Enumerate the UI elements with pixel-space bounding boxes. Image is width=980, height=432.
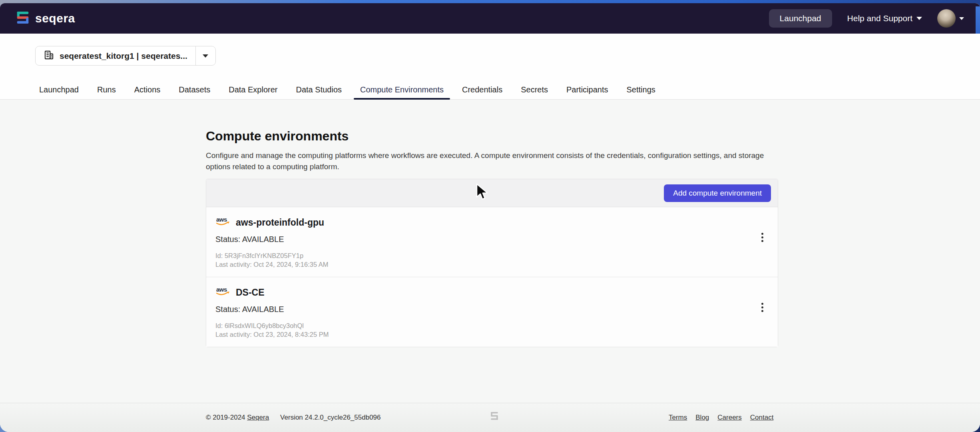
compute-environment-id: Id: 6lRsdxWILQ6yb8bcy3ohQl <box>215 321 766 330</box>
panel-toolbar: Add compute environment <box>206 179 778 207</box>
chevron-down-icon <box>916 17 922 20</box>
page-title: Compute environments <box>206 128 778 144</box>
workspace-selector-main[interactable]: seqeratest_kitorg1 | seqerates... <box>36 46 195 65</box>
compute-environment-name[interactable]: aws-proteinfold-gpu <box>236 217 324 228</box>
compute-environments-panel: Add compute environment aws <box>206 179 778 347</box>
compute-environment-card[interactable]: aws aws-proteinfold-gpu Status: AVAILABL… <box>206 207 778 277</box>
help-and-support-menu[interactable]: Help and Support <box>847 14 922 23</box>
svg-text:aws: aws <box>216 286 227 293</box>
page-description: Configure and manage the computing platf… <box>206 150 778 172</box>
tab-datasets[interactable]: Datasets <box>172 80 217 99</box>
workspace-tabbar: Launchpad Runs Actions Datasets Data Exp… <box>33 80 662 99</box>
navbar-right-group: Launchpad Help and Support <box>769 9 964 28</box>
chevron-down-icon <box>203 54 208 58</box>
launchpad-button[interactable]: Launchpad <box>769 9 832 28</box>
compute-environment-status: Status: AVAILABLE <box>215 305 766 314</box>
compute-environment-meta: Id: 6lRsdxWILQ6yb8bcy3ohQl Last activity… <box>215 321 766 339</box>
main-area: Compute environments Configure and manag… <box>0 100 980 403</box>
seqera-mark-icon <box>489 410 500 425</box>
tab-data-studios[interactable]: Data Studios <box>290 80 349 99</box>
card-options-menu-button[interactable] <box>760 231 765 244</box>
tab-data-explorer[interactable]: Data Explorer <box>222 80 284 99</box>
compute-environment-meta: Id: 5R3jFn3fclYrKNBZ05FY1p Last activity… <box>215 251 766 269</box>
tab-actions[interactable]: Actions <box>128 80 167 99</box>
contact-link[interactable]: Contact <box>750 414 774 422</box>
compute-environment-title-row: aws DS-CE <box>215 286 766 299</box>
page-footer: © 2019-2024 Seqera Version 24.2.0_cycle2… <box>0 403 980 432</box>
footer-left-group: © 2019-2024 Seqera Version 24.2.0_cycle2… <box>206 414 381 422</box>
aws-icon: aws <box>215 286 231 299</box>
compute-environment-last-activity: Last activity: Oct 23, 2024, 8:43:25 PM <box>215 330 766 339</box>
seqera-logo-icon <box>15 10 30 27</box>
top-navbar: seqera Launchpad Help and Support <box>0 3 980 34</box>
careers-link[interactable]: Careers <box>717 414 741 422</box>
card-options-menu-button[interactable] <box>760 301 765 314</box>
footer-links: Terms Blog Careers Contact <box>669 414 773 422</box>
aws-icon: aws <box>215 216 231 229</box>
compute-environment-name[interactable]: DS-CE <box>236 287 265 298</box>
compute-environment-status: Status: AVAILABLE <box>215 235 766 244</box>
svg-text:aws: aws <box>216 216 227 223</box>
avatar[interactable] <box>937 9 956 28</box>
brand-name: seqera <box>35 12 75 25</box>
seqera-footer-link[interactable]: Seqera <box>247 414 269 421</box>
compute-environments-page: Compute environments Configure and manag… <box>206 100 778 347</box>
seqera-brand[interactable]: seqera <box>15 10 75 27</box>
workspace-selector-label: seqeratest_kitorg1 | seqerates... <box>60 51 187 61</box>
terms-link[interactable]: Terms <box>669 414 687 422</box>
workspace-selector[interactable]: seqeratest_kitorg1 | seqerates... <box>35 46 216 66</box>
version-text: Version 24.2.0_cycle26_55db096 <box>280 414 380 422</box>
organization-icon <box>44 50 54 62</box>
workspace-selector-dropdown-toggle[interactable] <box>195 46 215 65</box>
copyright-text: © 2019-2024 Seqera <box>206 414 269 422</box>
tab-launchpad[interactable]: Launchpad <box>33 80 85 99</box>
desktop-background: seqera Launchpad Help and Support <box>0 0 980 432</box>
user-menu[interactable] <box>937 9 964 28</box>
tab-participants[interactable]: Participants <box>560 80 615 99</box>
tab-secrets[interactable]: Secrets <box>514 80 554 99</box>
workspace-header: seqeratest_kitorg1 | seqerates... Launch… <box>0 34 980 100</box>
help-and-support-label: Help and Support <box>847 14 912 23</box>
window-edge-decoration <box>976 6 980 37</box>
app-window: seqera Launchpad Help and Support <box>0 3 980 432</box>
tab-compute-environments[interactable]: Compute Environments <box>354 80 450 99</box>
tab-runs[interactable]: Runs <box>91 80 122 99</box>
compute-environment-last-activity: Last activity: Oct 24, 2024, 9:16:35 AM <box>215 260 766 269</box>
tab-settings[interactable]: Settings <box>620 80 661 99</box>
chevron-down-icon <box>959 17 964 20</box>
compute-environment-id: Id: 5R3jFn3fclYrKNBZ05FY1p <box>215 251 766 260</box>
add-compute-environment-button[interactable]: Add compute environment <box>664 184 771 202</box>
blog-link[interactable]: Blog <box>695 414 709 422</box>
compute-environment-card[interactable]: aws DS-CE Status: AVAILABLE Id: 6lRsdxWI… <box>206 277 778 347</box>
tab-credentials[interactable]: Credentials <box>456 80 509 99</box>
copyright-years: © 2019-2024 <box>206 414 245 421</box>
compute-environment-title-row: aws aws-proteinfold-gpu <box>215 216 766 229</box>
